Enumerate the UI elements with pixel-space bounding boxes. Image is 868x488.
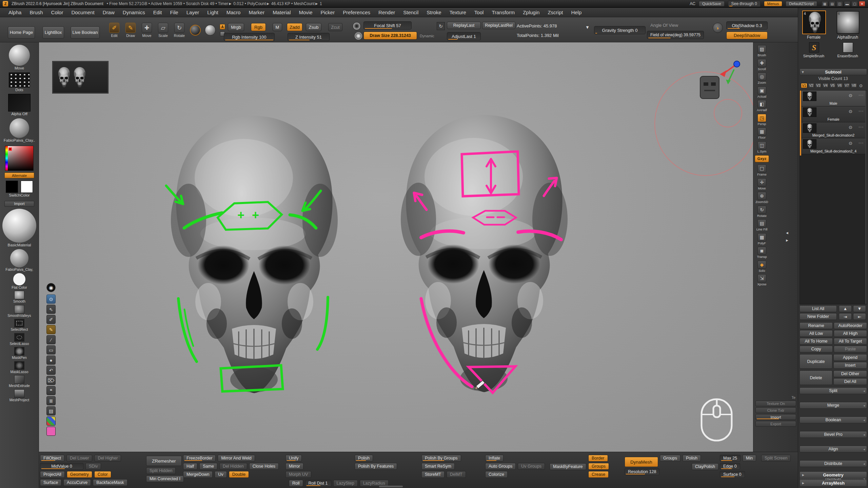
gravity-strength-slider[interactable]: Gravity Strength 0 [594,26,646,34]
secondary-color-swatch[interactable] [21,181,33,193]
see-through-slider[interactable]: See-through 0 [728,1,761,7]
brush-selectrect[interactable]: SelectRect [5,319,33,333]
shelf-icon[interactable]: ◧ [757,100,766,108]
document-preview[interactable] [53,61,108,93]
menu-item[interactable]: Stencil [399,8,422,16]
append-button[interactable]: Append [833,354,867,361]
subtool-mini-icons[interactable]: ▫▫▫ [859,125,864,129]
alpha-thumb[interactable] [8,94,31,111]
edit-mode-button[interactable]: ✐Edit [107,23,121,38]
menus-button[interactable]: Menus [764,1,783,6]
subtool-down-button[interactable]: ▼ [853,305,866,312]
minimize-icon[interactable]: ▬ [844,1,850,6]
shelf-icon[interactable]: ▤ [757,219,766,227]
main-color-swatch[interactable] [6,181,18,193]
shelf-lsym[interactable]: ◫ L.Sym [755,141,769,153]
shelf-item-thumb[interactable] [10,249,28,267]
shelf-item-thumb[interactable] [14,333,24,342]
zadd-button[interactable]: Zadd [287,23,302,31]
close-holes-button[interactable]: Close Holes [249,463,279,470]
switch-color-label[interactable]: SwitchColor [9,194,29,198]
zsub-button[interactable]: Zsub [306,23,321,31]
list-all-button[interactable]: List All [800,305,837,312]
brush-smooth[interactable]: Smooth [5,291,33,305]
menu-item[interactable]: Movie [295,8,316,16]
bevel-pro-button[interactable]: Bevel Pro [800,431,867,438]
storemt-button[interactable]: StoreMT [421,471,445,478]
undo-icon[interactable]: ↶ [46,366,56,375]
menu-item[interactable]: Macro [223,8,244,16]
shelf-scroll[interactable]: ✚ Scroll [755,59,769,71]
objshadow-slider[interactable]: ObjShadow 0.3 [726,21,768,29]
texture-on-button[interactable]: Texture On [755,401,796,406]
subtool-up-button[interactable]: ▲ [839,305,852,312]
subtool-item[interactable]: ⊙ ▫▫▫ Merged_Skull-decimation2 [802,122,867,138]
border-button[interactable]: Border [588,455,608,462]
move-mode-button[interactable]: ✚Move [140,23,154,38]
marker-pin-icon[interactable]: ◉ [46,283,56,292]
folder-in-button[interactable]: ⇥ [839,313,852,320]
mirror-button[interactable]: Mirror [285,463,303,470]
shelf-item-thumb[interactable] [14,375,24,384]
eye-icon[interactable]: ⊙ [849,125,852,130]
clone-txtr-button[interactable]: Clone Txtr [755,407,796,413]
mrgb-button[interactable]: Mrgb [228,23,244,31]
subtool-header[interactable]: Subtool [800,68,867,75]
insert-button[interactable]: Insert [833,362,867,369]
menu-item[interactable]: Zscript [544,8,567,16]
trash-icon[interactable]: ⌦ [46,376,56,385]
color-picker[interactable] [5,146,34,171]
palette-icon[interactable] [46,416,56,426]
z-intensity-slider[interactable]: Z Intensity 51 [288,33,330,41]
texture-export-button[interactable]: Export [755,421,796,427]
half-button[interactable]: Half [183,463,197,470]
subtool-thumb[interactable] [803,139,816,149]
shelf-icon[interactable]: ◆ [757,261,766,269]
auto-groups-button[interactable]: Auto Groups [485,463,516,470]
double-button[interactable]: Double [229,471,249,478]
merge-button[interactable]: Merge [800,402,867,409]
shelf-polyf[interactable]: ▩ PolyF [755,233,769,245]
select-cursor-icon[interactable]: ⇖ [46,305,56,314]
menu-item[interactable]: Draw [99,8,118,16]
version-tab[interactable]: V2 [808,83,814,88]
current-brush-thumb[interactable] [9,45,30,66]
shelf-icon[interactable]: ▩ [757,233,766,241]
eye-icon[interactable]: ⊙ [849,109,852,114]
shelf-gxyz[interactable]: Gxyz [755,155,769,162]
shelf-zoomsd[interactable]: ⊕ ZoomSD [755,192,769,204]
menu-item[interactable]: Dynamics [119,8,149,16]
subtool-action-button[interactable]: Copy [800,346,833,352]
shelf-icon[interactable]: ↻ [757,206,766,214]
shelf-actual[interactable]: ▣ Actual [755,86,769,98]
shelf-item-thumb[interactable] [14,347,24,355]
subtool-item[interactable]: ⊙ ▫▫▫ Female [802,106,867,122]
panel-scroll-arrows[interactable]: ◄ ► [785,231,789,242]
menu-item[interactable]: Light [203,8,222,16]
sdiv-button[interactable]: SDiv [85,463,101,470]
line-icon[interactable]: ∕ [46,335,56,344]
menu-item[interactable]: Alpha [5,8,25,16]
min-button[interactable]: Min [743,455,756,462]
fillobject-button[interactable]: FillObject [40,455,64,462]
replay-last-button[interactable]: ReplayLast [447,22,481,29]
deep-shadow-button[interactable]: DeepShadow [726,32,768,39]
document-canvas[interactable]: + + [39,42,753,452]
delmt-button[interactable]: DelMT [447,471,466,478]
shelf-item-thumb[interactable] [14,389,24,398]
subtool-action-button[interactable]: All Low [800,330,833,337]
shelf-icon[interactable]: ◙ [757,247,766,255]
right-skull-model[interactable] [401,115,568,392]
polish-by-groups-button[interactable]: Polish By Groups [421,455,461,462]
shelf-move[interactable]: ✛ Move [755,178,769,190]
shelf-item-thumb[interactable] [14,319,24,327]
shelf-icon[interactable]: ▢ [757,164,766,172]
shelf-icon[interactable]: ⊕ [757,192,766,200]
same-button[interactable]: Same [199,463,217,470]
draw-size-slider[interactable]: Draw Size 228.31243 [363,32,417,40]
split-screen-button[interactable]: Split Screen [761,455,791,462]
texture-thumb[interactable] [9,118,29,138]
surface-button[interactable]: Surface [40,479,61,486]
color-button[interactable]: Color [94,471,111,478]
menu-item[interactable]: Color [47,8,67,16]
